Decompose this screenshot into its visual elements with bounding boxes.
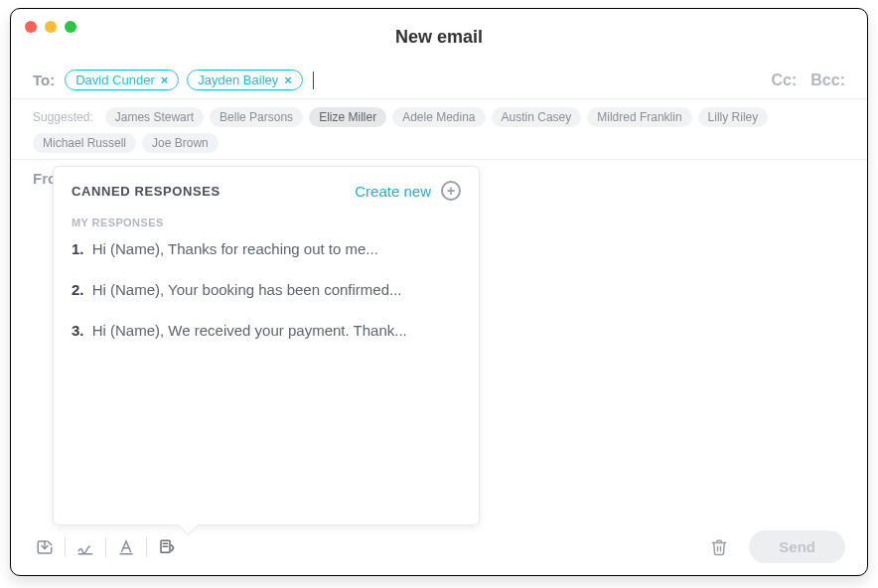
separator xyxy=(105,537,106,557)
response-number: 2. xyxy=(72,281,84,298)
close-window[interactable] xyxy=(25,21,37,33)
suggested-contact[interactable]: Belle Parsons xyxy=(210,107,303,127)
suggested-contact[interactable]: Austin Casey xyxy=(492,107,582,127)
window-controls xyxy=(25,21,76,33)
suggested-contact[interactable]: Adele Medina xyxy=(392,107,485,127)
canned-response-icon[interactable] xyxy=(155,535,179,559)
suggested-contact[interactable]: James Stewart xyxy=(105,107,204,127)
suggested-contact[interactable]: Michael Russell xyxy=(33,133,136,153)
canned-responses-popover: CANNED RESPONSES Create new + MY RESPONS… xyxy=(53,166,480,525)
minimize-window[interactable] xyxy=(45,21,57,33)
bcc-toggle[interactable]: Bcc: xyxy=(810,72,845,89)
recipient-pill[interactable]: David Cunder × xyxy=(65,70,179,90)
trash-icon[interactable] xyxy=(707,535,731,559)
suggested-contact[interactable]: Joe Brown xyxy=(142,133,219,153)
signature-icon[interactable] xyxy=(73,535,97,559)
attachment-icon[interactable] xyxy=(33,535,57,559)
cc-toggle[interactable]: Cc: xyxy=(772,72,798,89)
popover-title: CANNED RESPONSES xyxy=(72,184,220,199)
popover-subheading: MY RESPONSES xyxy=(72,217,461,228)
canned-response-item[interactable]: 1. Hi (Name), Thanks for reaching out to… xyxy=(72,240,461,257)
text-format-icon[interactable] xyxy=(114,535,138,559)
separator xyxy=(146,537,147,557)
compose-window: New email To: David Cunder × Jayden Bail… xyxy=(10,8,868,576)
response-text: Hi (Name), Your booking has been confirm… xyxy=(92,281,402,298)
response-number: 1. xyxy=(72,240,84,257)
response-number: 3. xyxy=(72,322,84,339)
recipient-pill[interactable]: Jayden Bailey × xyxy=(187,70,303,90)
suggested-contact[interactable]: Lilly Riley xyxy=(698,107,769,127)
suggested-contact[interactable]: Mildred Franklin xyxy=(587,107,691,127)
canned-response-item[interactable]: 2. Hi (Name), Your booking has been conf… xyxy=(72,281,461,298)
to-label: To: xyxy=(33,72,55,88)
recipient-name: David Cunder xyxy=(75,73,155,87)
suggested-row: Suggested: James Stewart Belle Parsons E… xyxy=(11,99,867,159)
suggested-label: Suggested: xyxy=(33,110,93,124)
suggested-contact[interactable]: Elize Miller xyxy=(309,107,386,127)
recipient-name: Jayden Bailey xyxy=(198,73,278,87)
send-button[interactable]: Send xyxy=(749,530,845,563)
remove-recipient-icon[interactable]: × xyxy=(161,73,169,87)
maximize-window[interactable] xyxy=(65,21,76,33)
text-cursor xyxy=(313,72,314,89)
plus-circle-icon[interactable]: + xyxy=(441,181,461,201)
to-field-row: To: David Cunder × Jayden Bailey × Cc: B… xyxy=(11,64,867,99)
window-title: New email xyxy=(11,9,867,64)
create-new-link[interactable]: Create new xyxy=(355,183,431,200)
response-text: Hi (Name), We received your payment. Tha… xyxy=(92,322,407,339)
response-text: Hi (Name), Thanks for reaching out to me… xyxy=(92,240,378,257)
separator xyxy=(65,537,66,557)
compose-footer: Send xyxy=(11,530,867,563)
canned-response-item[interactable]: 3. Hi (Name), We received your payment. … xyxy=(72,322,461,339)
remove-recipient-icon[interactable]: × xyxy=(284,73,292,87)
